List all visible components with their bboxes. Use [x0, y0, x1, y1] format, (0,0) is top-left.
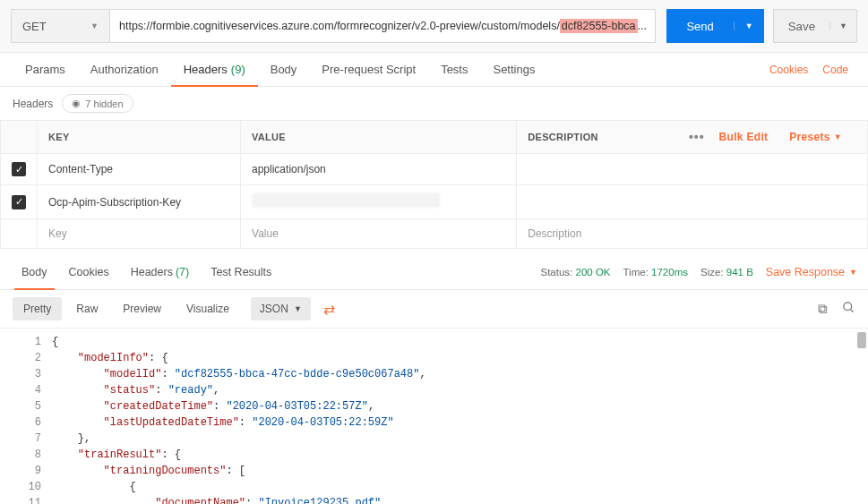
tab-authorization[interactable]: Authorization [78, 53, 171, 86]
response-tab-body[interactable]: Body [11, 254, 58, 289]
status-value: 200 OK [576, 267, 611, 278]
table-row[interactable]: ✓ Ocp-Apim-Subscription-Key [1, 185, 868, 219]
save-response-button[interactable]: Save Response ▼ [766, 266, 857, 278]
tab-prerequest[interactable]: Pre-request Script [309, 53, 428, 86]
response-tab-test-results[interactable]: Test Results [200, 254, 282, 289]
description-input[interactable]: Description [517, 219, 868, 249]
line-gutter: 12345678910111213 [0, 329, 52, 504]
header-key-cell[interactable]: Content-Type [38, 154, 241, 185]
col-value: VALUE [241, 121, 517, 154]
scrollbar[interactable] [855, 329, 868, 504]
headers-table: KEY VALUE DESCRIPTION ••• Bulk Edit Pres… [0, 120, 868, 249]
response-body-viewer[interactable]: 12345678910111213 { "modelInfo": { "mode… [0, 329, 868, 504]
table-row[interactable]: ✓ Content-Type application/json [1, 154, 868, 185]
view-visualize-button[interactable]: Visualize [176, 297, 240, 320]
masked-value [252, 193, 440, 208]
col-description: DESCRIPTION ••• Bulk Edit Presets ▼ [517, 121, 868, 154]
http-method-select[interactable]: GET ▼ [11, 9, 109, 43]
eye-icon: ◉ [72, 98, 81, 109]
http-method-label: GET [22, 20, 47, 33]
send-button[interactable]: Send ▼ [666, 9, 763, 43]
url-input[interactable]: https://formbie.cognitiveservices.azure.… [109, 9, 656, 43]
format-select[interactable]: JSON ▼ [251, 297, 311, 320]
tab-body[interactable]: Body [258, 53, 310, 86]
response-tab-headers[interactable]: Headers(7) [120, 254, 201, 289]
view-pretty-button[interactable]: Pretty [13, 297, 62, 320]
chevron-down-icon: ▼ [849, 268, 857, 277]
code-link[interactable]: Code [815, 64, 855, 76]
table-row-new[interactable]: Key Value Description [1, 219, 868, 249]
response-tab-cookies[interactable]: Cookies [58, 254, 120, 289]
header-value-cell[interactable] [241, 185, 517, 219]
header-desc-cell[interactable] [517, 185, 868, 219]
value-input[interactable]: Value [241, 219, 517, 249]
col-key: KEY [38, 121, 241, 154]
chevron-down-icon[interactable]: ▼ [829, 21, 856, 30]
hidden-headers-toggle[interactable]: ◉ 7 hidden [62, 94, 133, 113]
header-desc-cell[interactable] [517, 154, 868, 185]
code-content[interactable]: { "modelInfo": { "modelId": "dcf82555-bb… [52, 329, 868, 504]
copy-icon[interactable]: ⧉ [818, 301, 828, 317]
checkbox[interactable]: ✓ [12, 162, 26, 176]
more-options-icon[interactable]: ••• [689, 130, 705, 144]
header-key-cell[interactable]: Ocp-Apim-Subscription-Key [38, 185, 241, 219]
tab-headers[interactable]: Headers(9) [171, 53, 258, 86]
wrap-lines-icon[interactable]: ⇄ [323, 301, 335, 318]
time-value: 1720ms [651, 267, 688, 278]
size-value: 941 B [726, 267, 753, 278]
chevron-down-icon: ▼ [834, 132, 842, 141]
tab-settings[interactable]: Settings [480, 53, 547, 86]
checkbox[interactable]: ✓ [12, 195, 26, 209]
view-raw-button[interactable]: Raw [65, 297, 108, 320]
svg-line-1 [850, 309, 853, 312]
svg-point-0 [844, 303, 852, 311]
key-input[interactable]: Key [38, 219, 241, 249]
tab-tests[interactable]: Tests [428, 53, 480, 86]
headers-title: Headers [13, 98, 53, 110]
chevron-down-icon[interactable]: ▼ [734, 21, 764, 30]
header-value-cell[interactable]: application/json [241, 154, 517, 185]
bulk-edit-link[interactable]: Bulk Edit [712, 131, 776, 143]
save-button[interactable]: Save ▼ [773, 9, 857, 43]
chevron-down-icon: ▼ [90, 21, 99, 30]
view-preview-button[interactable]: Preview [112, 297, 172, 320]
cookies-link[interactable]: Cookies [762, 64, 815, 76]
chevron-down-icon: ▼ [294, 304, 302, 313]
tab-params[interactable]: Params [13, 53, 78, 86]
presets-dropdown[interactable]: Presets ▼ [782, 131, 849, 143]
search-icon[interactable] [842, 301, 855, 317]
